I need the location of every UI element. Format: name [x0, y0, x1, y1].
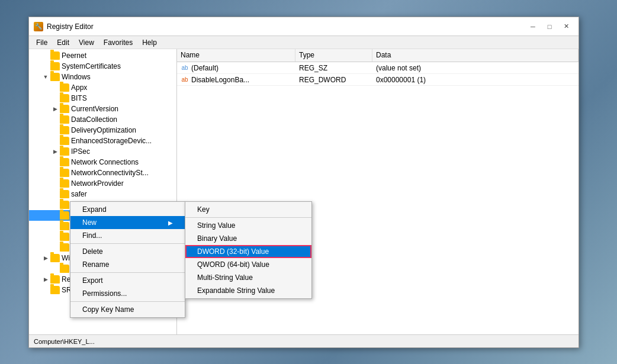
expand-icon: ▶ — [50, 147, 60, 156]
ctx-find[interactable]: Find... — [70, 229, 185, 242]
column-headers: Name Type Data — [177, 49, 579, 62]
tree-item-deliveryopt[interactable]: DeliveryOptimization — [29, 125, 176, 136]
ctx-new[interactable]: New ▶ — [70, 216, 185, 229]
folder-icon — [60, 137, 69, 145]
expand-icon: ▶ — [41, 253, 50, 263]
tree-label: NetworkConnectivitySt... — [71, 169, 149, 177]
app-icon: 🔧 — [34, 22, 43, 31]
tree-label: Windows — [62, 73, 91, 81]
tree-item-safer[interactable]: safer — [29, 189, 176, 199]
folder-icon — [60, 190, 69, 198]
expand-icon — [50, 211, 60, 220]
expand-icon — [41, 62, 50, 71]
ctx-sub-dword[interactable]: DWORD (32-bit) Value — [185, 245, 311, 258]
expand-icon — [41, 285, 50, 295]
expand-icon — [50, 221, 60, 231]
ctx-sub-qword[interactable]: QWORD (64-bit) Value — [185, 258, 311, 271]
folder-icon — [60, 233, 69, 241]
tree-label: DataCollection — [71, 115, 117, 124]
folder-icon — [50, 286, 60, 294]
data-cell-data-default: (value not set) — [372, 63, 579, 73]
ctx-delete[interactable]: Delete — [70, 245, 185, 258]
tree-label: safer — [71, 190, 87, 198]
expand-icon — [50, 179, 60, 188]
folder-icon — [50, 275, 60, 284]
tree-item-networkconnections[interactable]: Network Connections — [29, 157, 176, 167]
menu-file[interactable]: File — [31, 37, 52, 48]
folder-icon — [60, 147, 69, 156]
folder-icon — [60, 179, 69, 188]
tree-item-networkconnectivity[interactable]: NetworkConnectivitySt... — [29, 167, 176, 178]
menu-help[interactable]: Help — [137, 37, 162, 48]
ctx-sub-multistring[interactable]: Multi-String Value — [185, 271, 311, 284]
ctx-separator-2 — [70, 272, 185, 273]
reg-icon-default: ab — [181, 64, 189, 72]
close-button[interactable]: ✕ — [558, 21, 574, 33]
expand-icon — [50, 200, 60, 210]
data-cell-name-default: ab (Default) — [177, 63, 295, 73]
ctx-export[interactable]: Export — [70, 274, 185, 287]
tree-item-datacollection[interactable]: DataCollection — [29, 114, 176, 125]
tree-item-networkprovider[interactable]: NetworkProvider — [29, 178, 176, 189]
window-controls: ─ □ ✕ — [525, 21, 574, 33]
expand-icon — [50, 136, 60, 146]
col-header-data[interactable]: Data — [372, 49, 579, 62]
tree-item-systemcerts[interactable]: SystemCertificates — [29, 61, 176, 72]
data-cell-type-dword: REG_DWORD — [295, 75, 372, 85]
col-header-name[interactable]: Name — [177, 49, 295, 62]
tree-item-currentversion[interactable]: ▶ CurrentVersion — [29, 104, 176, 114]
menu-edit[interactable]: Edit — [52, 37, 74, 48]
tree-item-appx[interactable]: Appx — [29, 82, 176, 93]
tree-label: DeliveryOptimization — [71, 126, 136, 134]
folder-icon — [50, 73, 60, 81]
tree-item-ipsec[interactable]: ▶ IPSec — [29, 146, 176, 157]
col-header-type[interactable]: Type — [295, 49, 372, 62]
context-menu-outer: Expand New ▶ Find... Delete Rename Expor… — [70, 201, 185, 318]
tree-item-peernet[interactable]: Peernet — [29, 50, 176, 61]
ctx-sub-binaryvalue[interactable]: Binary Value — [185, 232, 311, 245]
ctx-permissions[interactable]: Permissions... — [70, 287, 185, 300]
expand-icon: ▶ — [41, 275, 50, 284]
tree-item-windows[interactable]: ▼ Windows — [29, 72, 176, 82]
tree-label: Peernet — [62, 51, 86, 60]
ctx-sub-expandablestring[interactable]: Expandable String Value — [185, 284, 311, 297]
ctx-sub-separator — [185, 217, 311, 218]
maximize-button[interactable]: □ — [542, 21, 557, 33]
folder-icon — [60, 105, 69, 113]
menu-view[interactable]: View — [74, 37, 99, 48]
data-row-dword[interactable]: ab DisableLogonBa... REG_DWORD 0x0000000… — [177, 74, 579, 86]
ctx-expand[interactable]: Expand — [70, 203, 185, 216]
expand-icon — [50, 243, 60, 252]
folder-icon — [60, 211, 69, 220]
folder-icon — [50, 254, 60, 262]
folder-icon — [60, 201, 69, 209]
tree-item-enhancedstorage[interactable]: EnhancedStorageDevic... — [29, 136, 176, 146]
expand-icon — [50, 115, 60, 124]
expand-icon — [50, 83, 60, 92]
data-row-default[interactable]: ab (Default) REG_SZ (value not set) — [177, 62, 579, 74]
ctx-rename[interactable]: Rename — [70, 258, 185, 271]
ctx-separator-1 — [70, 243, 185, 244]
minimize-button[interactable]: ─ — [525, 21, 541, 33]
expand-icon: ▶ — [50, 104, 60, 114]
title-bar: 🔧 Registry Editor ─ □ ✕ — [29, 17, 579, 36]
menu-favorites[interactable]: Favorites — [99, 37, 137, 48]
expand-icon — [50, 157, 60, 167]
folder-icon — [60, 115, 69, 124]
folder-icon — [60, 94, 69, 102]
ctx-sub-key[interactable]: Key — [185, 203, 311, 216]
expand-icon: ▼ — [41, 72, 50, 82]
reg-icon-dword: ab — [181, 76, 189, 84]
folder-icon — [60, 265, 69, 273]
folder-icon — [60, 222, 69, 230]
tree-item-bits[interactable]: BITS — [29, 93, 176, 104]
context-menu-sub: Key String Value Binary Value DWORD (32-… — [185, 201, 312, 299]
folder-icon — [50, 62, 60, 70]
tree-label: CurrentVersion — [71, 105, 118, 113]
expand-icon — [41, 51, 50, 60]
tree-label: SystemCertificates — [62, 62, 121, 70]
tree-label: Appx — [71, 83, 87, 92]
status-bar: Computer\HKEY_L... — [29, 334, 579, 347]
ctx-sub-stringvalue[interactable]: String Value — [185, 219, 311, 232]
ctx-copykey[interactable]: Copy Key Name — [70, 303, 185, 316]
